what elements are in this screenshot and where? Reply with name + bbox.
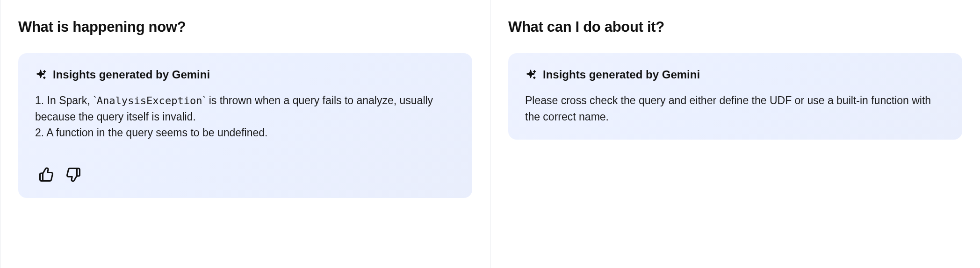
- remediation-heading: What can I do about it?: [508, 19, 962, 35]
- insight-header: Insights generated by Gemini: [35, 68, 455, 81]
- remediation-section: What can I do about it? Insights generat…: [490, 0, 980, 268]
- feedback-controls: [35, 166, 455, 183]
- insight-title: Insights generated by Gemini: [53, 68, 210, 81]
- remediation-insight-card: Insights generated by Gemini Please cros…: [508, 53, 962, 140]
- code-token: AnalysisException: [97, 95, 202, 106]
- thumbs-up-icon: [38, 166, 55, 183]
- sparkle-icon: [525, 69, 537, 81]
- diagnosis-insight-body: 1. In Spark, `AnalysisException` is thro…: [35, 92, 455, 141]
- thumbs-down-icon: [65, 166, 82, 183]
- thumbs-down-button[interactable]: [65, 166, 82, 183]
- insight-text: 1. In Spark, `: [35, 94, 97, 106]
- thumbs-up-button[interactable]: [38, 166, 55, 183]
- insight-text: Please cross check the query and either …: [525, 92, 945, 125]
- diagnosis-insight-card: Insights generated by Gemini 1. In Spark…: [18, 53, 472, 198]
- insight-line-2: 2. A function in the query seems to be u…: [35, 125, 455, 141]
- remediation-insight-body: Please cross check the query and either …: [525, 92, 945, 125]
- insight-title: Insights generated by Gemini: [543, 68, 700, 81]
- insight-line-1: 1. In Spark, `AnalysisException` is thro…: [35, 92, 455, 125]
- diagnosis-section: What is happening now? Insights generate…: [0, 0, 490, 268]
- insight-header: Insights generated by Gemini: [525, 68, 945, 81]
- sparkle-icon: [35, 69, 47, 81]
- diagnosis-heading: What is happening now?: [18, 19, 472, 35]
